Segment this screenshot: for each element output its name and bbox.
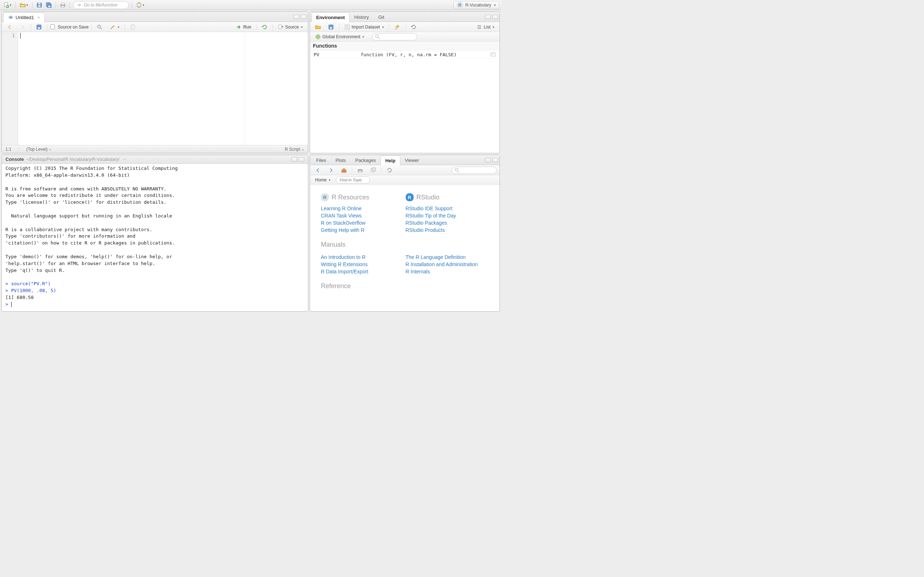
- help-pane: Files Plots Packages Help Viewer: [310, 155, 500, 311]
- svg-point-31: [455, 168, 458, 171]
- rerun-icon: [262, 24, 267, 30]
- link-cran-task-views[interactable]: CRAN Task Views: [321, 213, 404, 219]
- import-dataset-button[interactable]: Import Dataset▾: [342, 23, 386, 31]
- link-rstudio-products[interactable]: RStudio Products: [406, 227, 489, 233]
- minimize-pane-button[interactable]: [485, 158, 491, 162]
- scope-indicator[interactable]: (Top Level) ≑: [26, 147, 52, 152]
- source-tab-untitled[interactable]: R Untitled1 ×: [3, 12, 45, 22]
- link-tip-of-day[interactable]: RStudio Tip of the Day: [406, 213, 489, 219]
- save-workspace-button[interactable]: [326, 23, 336, 31]
- maximize-pane-button[interactable]: [300, 15, 307, 19]
- link-lang-def[interactable]: The R Language Definition: [406, 254, 489, 260]
- find-button[interactable]: [95, 23, 105, 31]
- help-home-button[interactable]: [339, 166, 349, 174]
- globe-icon: [315, 34, 321, 40]
- tab-help[interactable]: Help: [380, 155, 400, 165]
- source-button[interactable]: Source ▾: [276, 23, 305, 31]
- tab-history[interactable]: History: [349, 12, 373, 22]
- link-writing-ext[interactable]: Writing R Extensions: [321, 261, 404, 267]
- console-cursor: [11, 302, 11, 307]
- source-btn-label: Source: [285, 24, 299, 29]
- link-rstudio-packages[interactable]: RStudio Packages: [406, 220, 489, 226]
- save-file-button[interactable]: [34, 23, 44, 31]
- save-all-button[interactable]: [45, 1, 53, 9]
- notebook-button[interactable]: [128, 23, 138, 31]
- help-refresh-button[interactable]: [384, 166, 394, 174]
- print-button[interactable]: [59, 1, 67, 9]
- arrow-right-icon: [20, 24, 26, 30]
- tab-plots[interactable]: Plots: [331, 155, 351, 165]
- heading-rstudio: R RStudio: [406, 193, 489, 201]
- save-button[interactable]: [36, 1, 43, 9]
- env-search-input[interactable]: [372, 33, 417, 40]
- project-switcher[interactable]: R R-Vocabulary ▾: [453, 1, 499, 9]
- save-icon: [36, 24, 42, 30]
- tab-packages[interactable]: Packages: [351, 155, 380, 165]
- maximize-pane-button[interactable]: [299, 157, 304, 161]
- rerun-button[interactable]: [260, 23, 270, 31]
- console-prompt: >: [5, 301, 11, 307]
- console-path-arrow-icon[interactable]: [122, 156, 128, 162]
- find-in-topic-input[interactable]: [336, 176, 370, 184]
- cursor-position: 1:1: [5, 147, 11, 152]
- link-ide-support[interactable]: RStudio IDE Support: [406, 206, 489, 211]
- tab-environment[interactable]: Environment: [312, 12, 349, 22]
- tab-viewer[interactable]: Viewer: [400, 155, 424, 165]
- svg-text:R: R: [10, 16, 12, 19]
- tab-git[interactable]: Git: [373, 12, 389, 22]
- link-install-admin[interactable]: R Installation and Administration: [406, 261, 489, 267]
- source-on-save-checkbox[interactable]: [50, 24, 55, 29]
- search-icon: [454, 167, 460, 173]
- nav-fwd-button[interactable]: [18, 23, 28, 31]
- wand-button[interactable]: ▾: [108, 23, 122, 31]
- console-path: ~/Desktop/Personal/R Vocabulary/R-Vocabu…: [26, 157, 119, 162]
- view-function-icon[interactable]: [490, 52, 496, 57]
- maximize-pane-button[interactable]: [492, 15, 498, 19]
- run-button[interactable]: Run: [234, 23, 254, 31]
- source-tab-label: Untitled1: [16, 15, 34, 20]
- new-file-button[interactable]: ▾: [2, 1, 13, 9]
- editor-gutter: 1: [2, 32, 18, 145]
- svg-rect-11: [137, 3, 141, 7]
- wand-icon: [110, 24, 115, 30]
- help-popup-button[interactable]: [368, 166, 378, 174]
- run-label: Run: [243, 24, 251, 29]
- link-data-import[interactable]: R Data Import/Export: [321, 269, 404, 274]
- minimize-pane-button[interactable]: [294, 15, 299, 19]
- refresh-button[interactable]: [409, 23, 419, 31]
- console-title: Console: [5, 156, 24, 162]
- goto-file-function-input[interactable]: Go to file/function: [73, 1, 129, 9]
- minimize-pane-button[interactable]: [485, 15, 491, 19]
- clear-env-button[interactable]: [393, 23, 402, 31]
- link-learning-r[interactable]: Learning R Online: [321, 206, 404, 211]
- open-folder-icon: [315, 24, 321, 30]
- tab-files[interactable]: Files: [312, 155, 331, 165]
- print-icon: [357, 167, 363, 173]
- help-print-button[interactable]: [355, 166, 365, 174]
- env-scope-selector[interactable]: Global Environment▾: [313, 33, 366, 41]
- link-r-stackoverflow[interactable]: R on StackOverflow: [321, 220, 404, 226]
- file-type-indicator[interactable]: R Script ≑: [285, 147, 304, 152]
- console-output[interactable]: Copyright (C) 2015 The R Foundation for …: [2, 164, 308, 311]
- code-editor[interactable]: 1: [2, 32, 308, 145]
- link-intro-to-r[interactable]: An Introduction to R: [321, 254, 404, 260]
- open-folder-button[interactable]: ▾: [19, 1, 29, 9]
- help-fwd-button[interactable]: [326, 166, 336, 174]
- save-all-icon: [46, 2, 52, 8]
- minimize-pane-button[interactable]: [291, 157, 297, 161]
- addins-button[interactable]: ▾: [135, 1, 145, 9]
- help-back-button[interactable]: [313, 166, 323, 174]
- broom-icon: [394, 24, 400, 30]
- view-mode-button[interactable]: List▾: [474, 23, 497, 31]
- nav-back-button[interactable]: [5, 23, 15, 31]
- help-breadcrumb-home[interactable]: Home ▾: [313, 176, 333, 184]
- help-search-input[interactable]: [452, 167, 497, 174]
- env-item-pv[interactable]: PV function (FV, r, n, na.rm = FALSE): [310, 50, 499, 59]
- maximize-pane-button[interactable]: [492, 158, 498, 162]
- link-getting-help-r[interactable]: Getting Help with R: [321, 227, 404, 233]
- link-r-internals[interactable]: R Internals: [406, 269, 489, 274]
- load-workspace-button[interactable]: [313, 23, 323, 31]
- close-tab-icon[interactable]: ×: [37, 15, 40, 20]
- svg-rect-26: [491, 53, 495, 56]
- svg-rect-10: [61, 6, 64, 7]
